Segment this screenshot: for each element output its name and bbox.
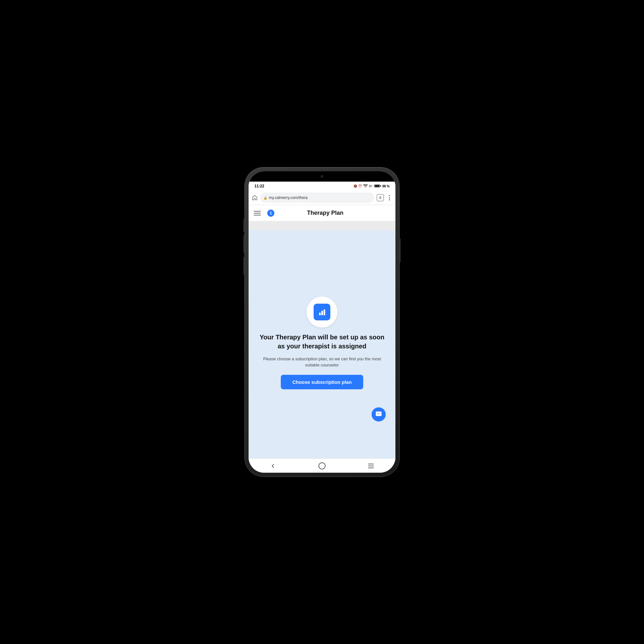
front-camera	[321, 175, 323, 178]
notification-badge[interactable]: 1	[267, 210, 274, 217]
battery-icon	[374, 185, 381, 188]
more-options-icon[interactable]: ⋮	[386, 194, 392, 201]
hamburger-line	[254, 215, 261, 215]
notch-bar	[249, 171, 395, 182]
menu-button[interactable]	[365, 459, 377, 472]
app-header: 1 Therapy Plan	[249, 205, 395, 221]
svg-rect-7	[368, 464, 374, 464]
phone-device: 11:22 🔕 ⏰ H⁺	[245, 167, 399, 477]
blue-content-area: Your Therapy Plan will be set up as soon…	[249, 230, 395, 459]
hamburger-line	[254, 211, 261, 212]
svg-rect-0	[319, 313, 321, 315]
chat-fab-button[interactable]	[372, 407, 386, 421]
status-bar: 11:22 🔕 ⏰ H⁺	[249, 182, 395, 191]
hamburger-menu-button[interactable]	[254, 208, 264, 218]
therapy-plan-icon-circle	[307, 297, 337, 327]
chart-bars-icon	[317, 308, 327, 317]
volume-up-button[interactable]	[243, 235, 245, 253]
svg-rect-2	[324, 309, 325, 315]
alarm-icon: ⏰	[358, 185, 362, 188]
browser-home-icon[interactable]	[252, 195, 258, 201]
bottom-nav	[249, 459, 395, 473]
main-heading: Your Therapy Plan will be set up as soon…	[256, 333, 388, 351]
chart-icon-box	[314, 304, 330, 320]
status-icons: 🔕 ⏰ H⁺	[354, 184, 390, 188]
hamburger-line	[254, 213, 261, 213]
lock-icon: 🔒	[263, 196, 267, 200]
svg-point-6	[380, 413, 380, 414]
sub-heading: Please choose a subscription plan, so we…	[256, 356, 388, 368]
svg-rect-1	[321, 311, 323, 315]
home-circle-icon	[318, 462, 326, 469]
svg-rect-8	[368, 466, 374, 466]
power-button[interactable]	[399, 238, 401, 262]
tab-badge[interactable]: 8	[377, 194, 384, 201]
gray-band	[249, 221, 395, 230]
volume-down-button[interactable]	[243, 257, 245, 275]
battery-percent: 98 %	[382, 185, 390, 188]
browser-chrome: 🔒 my.calmerry.com/thera 8 ⋮	[249, 191, 395, 205]
content-area: Your Therapy Plan will be set up as soon…	[249, 221, 395, 459]
page-title: Therapy Plan	[278, 210, 373, 216]
choose-subscription-button[interactable]: Choose subscription plan	[281, 375, 363, 389]
status-time: 11:22	[254, 184, 264, 188]
phone-screen: 11:22 🔕 ⏰ H⁺	[249, 171, 395, 473]
home-button[interactable]	[316, 459, 328, 472]
mute-icon: 🔕	[354, 185, 357, 188]
signal-icon: H⁺	[369, 185, 373, 188]
url-text: my.calmerry.com/thera	[269, 195, 308, 200]
svg-point-5	[378, 413, 379, 414]
svg-point-4	[377, 413, 378, 414]
wifi-icon	[363, 184, 368, 188]
back-button[interactable]	[267, 459, 279, 472]
chat-icon	[375, 411, 382, 418]
url-bar[interactable]: 🔒 my.calmerry.com/thera	[260, 193, 374, 203]
notch	[303, 173, 341, 180]
svg-rect-9	[368, 468, 374, 468]
